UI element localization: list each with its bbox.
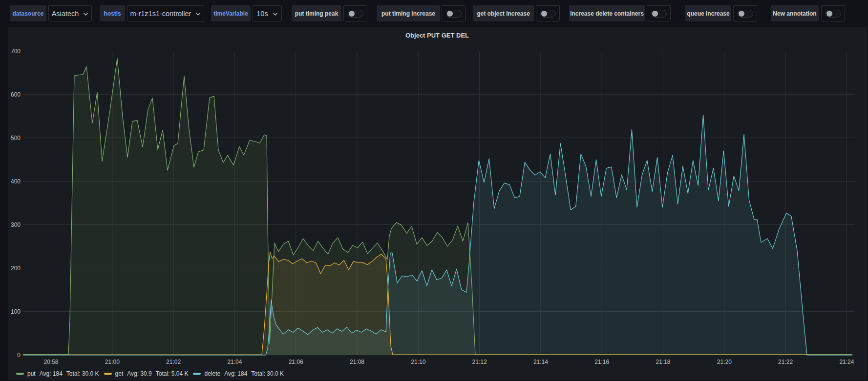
svg-text:21:04: 21:04	[227, 359, 242, 365]
svg-text:400: 400	[11, 178, 21, 185]
svg-text:100: 100	[11, 308, 21, 315]
svg-text:21:10: 21:10	[411, 359, 425, 365]
svg-text:21:14: 21:14	[533, 359, 548, 365]
svg-text:0: 0	[17, 352, 21, 359]
svg-text:21:24: 21:24	[839, 359, 854, 365]
svg-text:21:20: 21:20	[717, 359, 732, 365]
svg-text:300: 300	[11, 221, 21, 228]
svg-text:200: 200	[11, 265, 21, 272]
svg-text:21:16: 21:16	[594, 359, 609, 365]
svg-text:21:08: 21:08	[350, 359, 364, 365]
svg-text:700: 700	[11, 48, 21, 55]
svg-text:600: 600	[11, 91, 21, 98]
svg-text:21:00: 21:00	[105, 359, 120, 365]
svg-text:21:22: 21:22	[778, 359, 793, 365]
svg-text:21:18: 21:18	[656, 359, 670, 365]
svg-text:21:02: 21:02	[166, 359, 181, 365]
svg-text:21:06: 21:06	[289, 359, 303, 365]
svg-text:21:12: 21:12	[472, 359, 487, 365]
svg-text:20:58: 20:58	[43, 359, 58, 365]
svg-text:500: 500	[11, 135, 21, 141]
